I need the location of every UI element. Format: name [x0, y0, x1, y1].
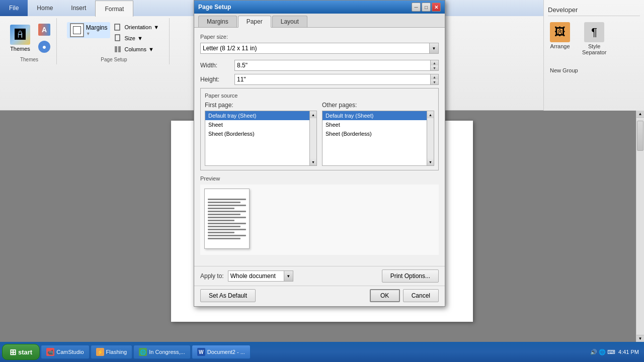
columns-button[interactable]: Columns ▼	[112, 44, 161, 54]
size-icon	[114, 34, 122, 42]
other-pages-label: Other pages:	[322, 102, 434, 109]
paper-source-columns: First page: Default tray (Sheet) Sheet S…	[205, 102, 434, 166]
preview-page	[204, 189, 250, 249]
preview-line-7	[208, 217, 246, 218]
arrange-button[interactable]: 🖼 Arrange	[548, 20, 572, 57]
start-button[interactable]: ⊞ start	[2, 344, 40, 360]
title-buttons: ─ □ ✕	[412, 3, 441, 12]
other-pages-scroll-up[interactable]: ▲	[427, 111, 434, 118]
vertical-scrollbar[interactable]: ▲ ▼	[636, 111, 644, 342]
tab-insert[interactable]: Insert	[62, 0, 95, 16]
themes-group-label: Themes	[20, 56, 38, 62]
system-icons: 🔊 🌐 ⌨	[590, 349, 615, 355]
first-page-scroll-up[interactable]: ▲	[310, 111, 316, 118]
other-pages-scroll-track	[427, 118, 434, 158]
first-page-item-1[interactable]: Sheet	[205, 120, 309, 129]
preview-line-3	[208, 205, 246, 206]
height-spinner-wrap: ▲ ▼	[234, 74, 439, 85]
width-increment-button[interactable]: ▲	[431, 60, 438, 65]
height-increment-button[interactable]: ▲	[431, 74, 438, 79]
preview-line-13	[208, 235, 246, 236]
word-icon: W	[197, 348, 205, 356]
taskbar: ⊞ start 📹 CamStudio ⚡ Flashing 🌐 In Cong…	[0, 342, 644, 362]
preview-line-6	[208, 214, 240, 215]
themes-button[interactable]: 🅰 Themes	[6, 23, 34, 54]
preview-line-8	[208, 220, 234, 221]
ribbon-theme-circle-button[interactable]: ●	[36, 40, 52, 54]
orientation-icon	[114, 23, 122, 31]
preview-line-1	[208, 199, 246, 200]
width-input[interactable]	[234, 60, 439, 71]
maximize-button[interactable]: □	[422, 3, 431, 12]
set-as-default-button[interactable]: Set As Default	[200, 289, 256, 302]
other-pages-item-1[interactable]: Sheet	[323, 120, 427, 129]
width-label: Width:	[200, 62, 230, 69]
dialog-body: Paper size: Letter (8 1/2 x 11 in) A4 Le…	[194, 28, 445, 266]
other-pages-scroll-down[interactable]: ▼	[427, 158, 434, 165]
tab-paper[interactable]: Paper	[238, 16, 271, 28]
print-options-button[interactable]: Print Options...	[382, 269, 439, 283]
columns-icon	[114, 45, 122, 53]
page-setup-group-label: Page Setup	[101, 56, 127, 62]
paper-size-label: Paper size:	[200, 34, 439, 40]
tab-layout[interactable]: Layout	[272, 16, 307, 27]
svg-rect-1	[115, 35, 120, 41]
congress-icon: 🌐	[139, 348, 147, 356]
cancel-button[interactable]: Cancel	[403, 289, 439, 302]
dialog-footer: Apply to: Whole document This section Th…	[194, 266, 445, 286]
preview-line-11	[208, 229, 246, 230]
minimize-button[interactable]: ─	[412, 3, 421, 12]
tab-format[interactable]: Format	[95, 1, 133, 17]
height-decrement-button[interactable]: ▼	[431, 79, 438, 84]
scroll-down-button[interactable]: ▼	[636, 335, 644, 342]
taskbar-right-area: 🔊 🌐 ⌨ 4:41 PM	[590, 349, 642, 355]
taskbar-flashing[interactable]: ⚡ Flashing	[91, 345, 133, 359]
first-page-listbox[interactable]: Default tray (Sheet) Sheet Sheet (Border…	[205, 111, 317, 166]
close-button[interactable]: ✕	[432, 3, 441, 12]
scroll-thumb[interactable]	[637, 121, 643, 151]
page-setup-dialog: Page Setup ─ □ ✕ Margins Paper Layout Pa…	[194, 0, 445, 307]
tab-file[interactable]: File	[0, 0, 28, 16]
taskbar-camstudio[interactable]: 📹 CamStudio	[41, 345, 89, 359]
orientation-button[interactable]: Orientation ▼	[112, 22, 161, 32]
width-row: Width: ▲ ▼	[200, 60, 439, 71]
other-pages-col: Other pages: Default tray (Sheet) Sheet …	[322, 102, 434, 166]
print-options-area: Print Options...	[382, 269, 439, 283]
ribbon-group-page-setup: Margins ▼ Orientation ▼	[59, 18, 170, 64]
taskbar-document[interactable]: W Document2 - ...	[192, 345, 251, 359]
dialog-tab-bar: Margins Paper Layout	[194, 14, 445, 28]
height-spinner-buttons: ▲ ▼	[430, 74, 438, 84]
size-button[interactable]: Size ▼	[112, 33, 161, 43]
apply-to-select[interactable]: Whole document This section This point f…	[228, 270, 293, 282]
first-page-scroll-down[interactable]: ▼	[310, 158, 316, 165]
other-pages-listbox[interactable]: Default tray (Sheet) Sheet Sheet (Border…	[322, 111, 434, 166]
first-page-scrollbar[interactable]: ▲ ▼	[309, 111, 316, 165]
clock: 4:41 PM	[618, 349, 639, 355]
paper-source-section: Paper source First page: Default tray (S…	[200, 88, 439, 170]
tab-margins[interactable]: Margins	[198, 16, 237, 27]
height-input[interactable]	[234, 74, 439, 85]
taskbar-congress[interactable]: 🌐 In Congress,...	[133, 345, 191, 359]
new-group-button[interactable]: New Group	[548, 65, 580, 75]
theme-circle-icon: ●	[38, 41, 50, 53]
scroll-up-button[interactable]: ▲	[636, 111, 644, 118]
first-page-item-2[interactable]: Sheet (Borderless)	[205, 129, 309, 138]
style-separator-button[interactable]: ¶ StyleSeparator	[580, 20, 608, 57]
other-pages-item-0[interactable]: Default tray (Sheet)	[323, 111, 427, 120]
camstudio-icon: 📹	[46, 348, 54, 356]
first-page-item-0[interactable]: Default tray (Sheet)	[205, 111, 309, 120]
width-spinner-buttons: ▲ ▼	[430, 60, 438, 70]
ok-button[interactable]: OK	[370, 289, 400, 302]
first-page-col: First page: Default tray (Sheet) Sheet S…	[205, 102, 317, 166]
preview-line-10	[208, 226, 240, 227]
margins-button[interactable]: Margins ▼	[67, 22, 111, 38]
tab-home[interactable]: Home	[28, 0, 62, 16]
width-decrement-button[interactable]: ▼	[431, 65, 438, 70]
other-pages-item-2[interactable]: Sheet (Borderless)	[323, 129, 427, 138]
paper-source-title: Paper source	[205, 93, 434, 99]
theme-a-icon: A	[38, 24, 50, 36]
paper-size-select[interactable]: Letter (8 1/2 x 11 in) A4 Legal	[200, 43, 439, 54]
ribbon-theme-a-button[interactable]: A	[36, 23, 52, 37]
margins-icon	[70, 23, 84, 37]
other-pages-scrollbar[interactable]: ▲ ▼	[427, 111, 434, 165]
